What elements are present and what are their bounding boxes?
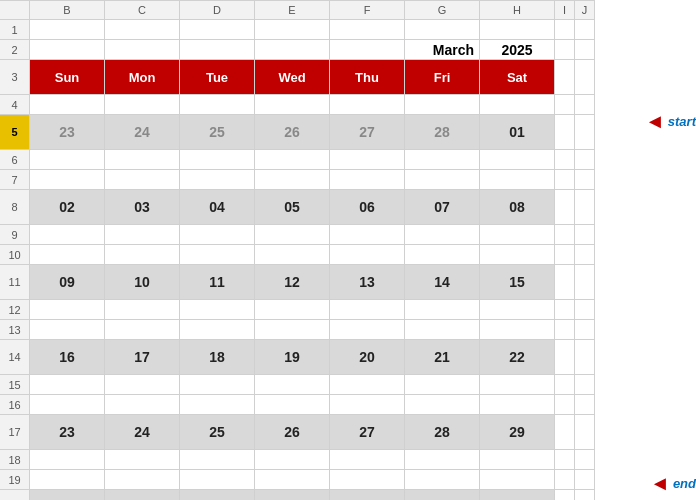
cell-r19-c8: [555, 470, 575, 490]
cell-r16-c4: [255, 395, 330, 415]
cell-r2-c2: [105, 40, 180, 60]
row-num-20: 20: [0, 490, 30, 500]
row-num-7: 7: [0, 170, 30, 190]
cell-r1-c8: [555, 20, 575, 40]
cell-r10-c1: [30, 245, 105, 265]
date-cell-w4-d1: 17: [105, 340, 180, 375]
cell-r12-c6: [405, 300, 480, 320]
cell-r18-c6: [405, 450, 480, 470]
cell-r2-c1: [30, 40, 105, 60]
cell-r10-c8: [555, 245, 575, 265]
cell-r9-c2: [105, 225, 180, 245]
cell-r7-c9: [575, 170, 595, 190]
date-cell-w2-d6: 08: [480, 190, 555, 225]
cell-r7-c3: [180, 170, 255, 190]
row-18: 18: [0, 450, 696, 470]
row-num-17: 17: [0, 415, 30, 450]
cell-r18-c9: [575, 450, 595, 470]
row-num-3: 3: [0, 60, 30, 95]
cell-r19-c4: [255, 470, 330, 490]
cell-r4-c1: [30, 95, 105, 115]
day-header-Sat: Sat: [480, 60, 555, 95]
date-cell-w2-d0: 02: [30, 190, 105, 225]
cell-r19-c3: [180, 470, 255, 490]
cell-r18-c4: [255, 450, 330, 470]
date-cell-w1-d0: 23: [30, 115, 105, 150]
row-1: 1: [0, 20, 696, 40]
date-cell-w2-d3: 05: [255, 190, 330, 225]
cell-r12-c8: [555, 300, 575, 320]
date-cell-w2-d5: 07: [405, 190, 480, 225]
row-num-13: 13: [0, 320, 30, 340]
cell-r18-c1: [30, 450, 105, 470]
cell-r9-c1: [30, 225, 105, 245]
col-header-J: J: [575, 0, 595, 20]
row-num-4: 4: [0, 95, 30, 115]
cell-r4-c8: [555, 95, 575, 115]
cell-r13-c7: [480, 320, 555, 340]
cell-r16-c5: [330, 395, 405, 415]
cell-r7-c2: [105, 170, 180, 190]
row-num-12: 12: [0, 300, 30, 320]
day-header-Wed: Wed: [255, 60, 330, 95]
date-cell-w4-d5: 21: [405, 340, 480, 375]
date-cell-w6-d2: 01: [180, 490, 255, 500]
cell-r1-c5: [330, 20, 405, 40]
cell-r13-c8: [555, 320, 575, 340]
cell-r13-c1: [30, 320, 105, 340]
cell-r10-c9: [575, 245, 595, 265]
cell-r10-c2: [105, 245, 180, 265]
date-cell-w2-d4: 06: [330, 190, 405, 225]
date-cell-w1-d4: 27: [330, 115, 405, 150]
cell-r13-c4: [255, 320, 330, 340]
cell-r12-c9: [575, 300, 595, 320]
row-19: 19: [0, 470, 696, 490]
date-cell-w3-d2: 11: [180, 265, 255, 300]
col-header-I: I: [555, 0, 575, 20]
cell-r4-c9: [575, 95, 595, 115]
date-cell-w6-d3: 02: [255, 490, 330, 500]
row-17: 1723242526272829: [0, 415, 696, 450]
row-num-8: 8: [0, 190, 30, 225]
cell-r9-c4: [255, 225, 330, 245]
cell-r9-c5: [330, 225, 405, 245]
day-header-Sun: Sun: [30, 60, 105, 95]
row-14: 1416171819202122: [0, 340, 696, 375]
cell-r18-c8: [555, 450, 575, 470]
row-13: 13: [0, 320, 696, 340]
cell-r6-c5: [330, 150, 405, 170]
cell-r13-c9: [575, 320, 595, 340]
cell-r6-c8: [555, 150, 575, 170]
cell-r7-c4: [255, 170, 330, 190]
spreadsheet: BCDEFGHIJ12March20253SunMonTueWedThuFriS…: [0, 0, 696, 500]
row-num-15: 15: [0, 375, 30, 395]
cell-r1-c2: [105, 20, 180, 40]
cell-r15-c2: [105, 375, 180, 395]
row-8: 802030405060708: [0, 190, 696, 225]
row-num-5: 5: [0, 115, 30, 150]
cell-r12-c3: [180, 300, 255, 320]
date-cell-w2-d1: 03: [105, 190, 180, 225]
cell-r16-c9: [575, 395, 595, 415]
row-num-10: 10: [0, 245, 30, 265]
cell-r19-c1: [30, 470, 105, 490]
row-num-9: 9: [0, 225, 30, 245]
col-header-G: G: [405, 0, 480, 20]
date-cell-w1-d5: 28: [405, 115, 480, 150]
cell-r15-c4: [255, 375, 330, 395]
cell-r15-c3: [180, 375, 255, 395]
cell-r18-c5: [330, 450, 405, 470]
cell-r10-c3: [180, 245, 255, 265]
cell-r10-c4: [255, 245, 330, 265]
cell-r16-c6: [405, 395, 480, 415]
cell-r7-c5: [330, 170, 405, 190]
spreadsheet-wrapper: BCDEFGHIJ12March20253SunMonTueWedThuFriS…: [0, 0, 696, 500]
cell-r15-c7: [480, 375, 555, 395]
cell-r12-c7: [480, 300, 555, 320]
date-cell-w6-d6: 05: [480, 490, 555, 500]
row-6: 6: [0, 150, 696, 170]
row-7: 7: [0, 170, 696, 190]
row-12: 12: [0, 300, 696, 320]
date-cell-w6-d1: 31: [105, 490, 180, 500]
col-header-D: D: [180, 0, 255, 20]
